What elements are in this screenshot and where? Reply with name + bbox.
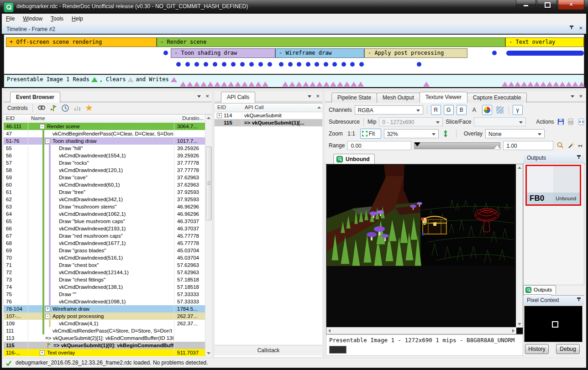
write-triangle-icon[interactable]	[344, 82, 350, 87]
green-channel-toggle[interactable]: G	[444, 105, 454, 115]
draw-event-dot[interactable]	[288, 62, 293, 67]
table-row[interactable]: 74vkCmdDrawIndexed(138,1)57.18518	[4, 283, 205, 291]
write-triangle-icon[interactable]	[187, 82, 193, 87]
draw-event-dot[interactable]	[249, 62, 254, 67]
range-max-field[interactable]: 1.00	[503, 141, 553, 150]
range-slider[interactable]	[414, 142, 500, 149]
write-triangle-icon[interactable]	[553, 82, 559, 87]
draw-event-dot[interactable]	[240, 62, 245, 67]
event-browser-scrollbar[interactable]	[205, 115, 212, 357]
outputs-header[interactable]: Outputs	[523, 153, 584, 163]
scroll-left-icon[interactable]	[328, 329, 331, 333]
table-row[interactable]: 64vkCmdDrawIndexed(1062,1)46.96296	[4, 210, 205, 218]
maximize-button[interactable]	[537, 0, 557, 9]
timeline-marker[interactable]: - Apply post processing	[364, 48, 467, 58]
draw-event-dot[interactable]	[185, 62, 190, 67]
draw-event-dot[interactable]	[332, 62, 337, 67]
write-triangle-icon[interactable]	[316, 82, 323, 87]
table-row[interactable]: 75Draw ""57.33333	[4, 291, 205, 298]
draw-event-dot[interactable]	[417, 62, 421, 67]
tab-capture-executable[interactable]: Capture Executable	[467, 93, 527, 103]
write-triangle-icon[interactable]	[289, 82, 295, 87]
zoom-1to1-button[interactable]: 1:1	[346, 129, 357, 139]
expand-icon[interactable]: +	[45, 307, 50, 312]
table-row[interactable]: 59Draw "cave"37.62963	[4, 174, 205, 181]
chevron-down-icon[interactable]	[571, 95, 574, 98]
expand-icon[interactable]: +	[217, 113, 222, 118]
write-triangle-icon[interactable]	[502, 82, 508, 87]
history-button[interactable]: History	[525, 344, 549, 354]
goto-event-flag-icon[interactable]	[49, 104, 58, 112]
menu-help[interactable]: Help	[68, 14, 87, 24]
timeline-marker[interactable]: - Render scene	[157, 37, 505, 47]
write-triangle-icon[interactable]	[221, 82, 227, 87]
mip-select[interactable]: 0 - 1272x690	[379, 117, 443, 126]
slice-face-select[interactable]	[474, 117, 526, 126]
scroll-down-icon[interactable]	[518, 323, 521, 325]
autofit-magnifier-icon[interactable]	[556, 141, 564, 150]
chevron-down-icon[interactable]	[197, 95, 201, 98]
table-row[interactable]: 66vkCmdDrawIndexed(2193,1)46.37037	[4, 225, 205, 232]
write-triangle-icon[interactable]	[546, 82, 553, 87]
chevron-down-icon[interactable]	[308, 95, 311, 98]
write-triangle-icon[interactable]	[514, 82, 521, 87]
table-row[interactable]: 116-...+Text overlay511.7037	[4, 349, 205, 356]
texture-tab-unbound[interactable]: Unbound	[333, 154, 375, 164]
write-triangle-icon[interactable]	[540, 82, 546, 87]
write-triangle-icon[interactable]	[323, 82, 330, 87]
table-row[interactable]: 68vkCmdDrawIndexed(1677,1)45.77778	[4, 240, 205, 247]
write-triangle-icon[interactable]	[180, 82, 186, 87]
channels-select[interactable]: RGBA	[355, 105, 423, 115]
find-event-icon[interactable]	[37, 104, 46, 112]
write-triangle-icon[interactable]	[303, 82, 309, 87]
col-eid[interactable]: EID	[6, 115, 15, 121]
table-row[interactable]: 46-111−Render scene3064.7...	[4, 123, 205, 130]
scroll-down-icon[interactable]	[207, 352, 210, 354]
pixel-context-view[interactable]	[524, 306, 583, 342]
tab-outputs[interactable]: Outputs	[523, 285, 556, 294]
write-triangle-icon[interactable]	[235, 82, 241, 87]
gamma-toggle[interactable]: γ	[513, 105, 523, 115]
write-triangle-icon[interactable]	[572, 82, 578, 87]
table-row[interactable]: 56vkCmdDrawIndexed(1554,1)39.25926	[4, 152, 205, 159]
toolbar-overflow-icon[interactable]: ▾▾	[578, 143, 583, 148]
table-row[interactable]: 58vkCmdDrawIndexed(120,1)37.77778	[4, 167, 205, 174]
table-row[interactable]: 107-...−Apply post processing262.37...	[4, 313, 205, 320]
time-events-clock-icon[interactable]	[61, 104, 69, 112]
draw-event-dot[interactable]	[176, 62, 181, 67]
texture-image[interactable]	[327, 165, 514, 266]
output-fb0-thumbnail[interactable]: FB0 Unbound	[525, 165, 581, 206]
col-eid[interactable]: EID	[217, 104, 226, 110]
collapse-icon[interactable]: −	[45, 314, 50, 319]
timeline-marker[interactable]: - Wireframe draw	[275, 48, 364, 58]
tab-event-browser[interactable]: Event Browser	[10, 92, 60, 103]
checker-background-toggle[interactable]	[495, 105, 505, 115]
write-triangle-icon[interactable]	[242, 82, 248, 87]
range-min-field[interactable]: 0.00	[347, 141, 411, 150]
write-triangle-icon[interactable]	[357, 82, 364, 87]
write-triangle-icon[interactable]	[228, 82, 234, 87]
scroll-right-icon[interactable]	[512, 329, 514, 333]
table-row[interactable]: 113=> vkQueueSubmit(2)[1]: vkEndCommandB…	[4, 334, 205, 342]
statistics-icon[interactable]	[73, 104, 81, 112]
range-black-handle[interactable]	[414, 142, 420, 146]
histogram-wand-icon[interactable]	[567, 141, 575, 150]
menu-file[interactable]: File	[2, 14, 19, 24]
timeline-marker[interactable]: + Off-screen scene rendering	[6, 37, 157, 47]
table-row[interactable]: 65Draw "blue mushroom caps"46.37037	[4, 218, 205, 225]
draw-event-dot[interactable]	[231, 62, 236, 67]
draw-event-dot[interactable]	[213, 62, 217, 67]
timeline-marker[interactable]: - Text overlay	[505, 37, 584, 47]
draw-event-dot[interactable]	[324, 62, 328, 67]
draw-event-dot[interactable]	[315, 62, 319, 67]
zoom-level-select[interactable]: 32%	[384, 129, 439, 138]
write-triangle-icon[interactable]	[200, 82, 207, 87]
write-triangle-icon[interactable]	[508, 82, 514, 87]
callstack-section[interactable]: Callstack	[215, 345, 322, 355]
close-icon[interactable]: ×	[579, 26, 583, 31]
view-code-icon[interactable]	[578, 118, 585, 126]
table-row[interactable]: 51-76−Toon shading draw1017.7...	[4, 137, 205, 145]
timeline-resource-strip[interactable]: Presentable Image 1 Reads , Clears and W…	[4, 74, 584, 88]
table-row[interactable]: 60vkCmdDrawIndexed(60,1)37.62963	[4, 181, 205, 188]
write-triangle-icon[interactable]	[207, 82, 214, 87]
